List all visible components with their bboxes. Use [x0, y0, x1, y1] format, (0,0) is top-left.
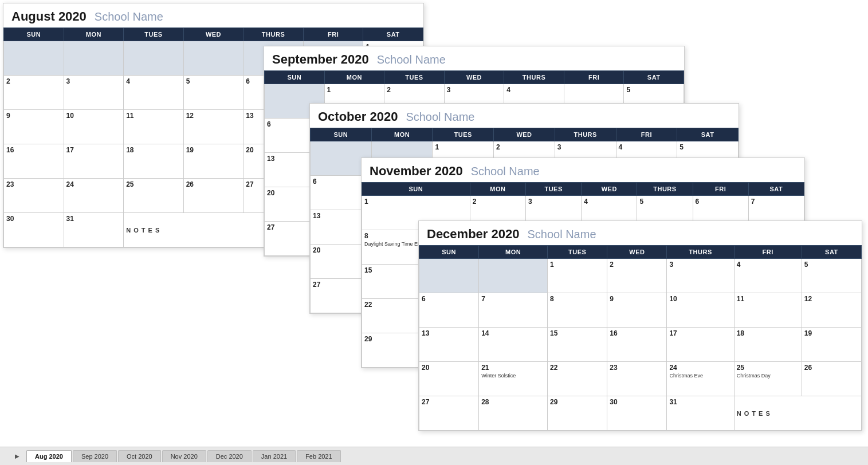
table-row: 19: [802, 328, 861, 362]
nov-col-thurs: THURS: [637, 183, 693, 196]
table-row: [419, 259, 479, 293]
sep-col-fri: FRI: [564, 71, 624, 84]
table-row: 15: [548, 328, 607, 362]
table-row: 14: [479, 328, 548, 362]
dec-notes: N O T E S: [734, 396, 861, 431]
table-row: 3: [64, 76, 124, 110]
sep-col-sat: SAT: [624, 71, 684, 84]
table-row: 31: [64, 213, 124, 247]
oct-col-mon: MON: [371, 128, 433, 141]
sep-col-thurs: THURS: [504, 71, 564, 84]
table-row: [4, 41, 64, 76]
table-row: 23: [4, 179, 64, 213]
table-row: 7: [479, 293, 548, 328]
table-row: 27: [419, 396, 479, 431]
tab-aug-2020[interactable]: Aug 2020: [26, 450, 72, 462]
table-row: 29: [548, 396, 607, 431]
tab-nov-2020[interactable]: Nov 2020: [162, 450, 206, 462]
table-row: 4: [124, 76, 184, 110]
sep-col-wed: WED: [444, 71, 504, 84]
sep-col-mon: MON: [324, 71, 384, 84]
nov-title: November 2020: [370, 164, 463, 179]
table-row: 26: [183, 179, 243, 213]
nov-col-wed: WED: [582, 183, 637, 196]
nov-col-mon: MON: [470, 183, 525, 196]
table-row: 28: [479, 396, 548, 431]
table-row: 1 2 3 4 5: [419, 259, 862, 293]
table-row: 4: [734, 259, 802, 293]
table-row: 9: [607, 293, 667, 328]
tab-jan-2021[interactable]: Jan 2021: [253, 450, 296, 462]
dec-title: December 2020: [427, 227, 519, 242]
table-row: 11: [124, 110, 184, 144]
nov-col-sun: SUN: [362, 183, 470, 196]
table-row: 18: [734, 328, 802, 362]
table-row: 30: [4, 213, 64, 247]
table-row: 17: [667, 328, 734, 362]
table-row: 18: [124, 144, 184, 179]
table-row: 27 28 29 30 31 N O T E S: [419, 396, 862, 431]
tab-oct-2020[interactable]: Oct 2020: [118, 450, 161, 462]
table-row: 1: [548, 259, 607, 293]
sep-col-tues: TUES: [384, 71, 445, 84]
table-row: 5: [183, 76, 243, 110]
oct-col-sun: SUN: [311, 128, 372, 141]
oct-col-tues: TUES: [433, 128, 494, 141]
tab-sep-2020[interactable]: Sep 2020: [73, 450, 117, 462]
aug-col-sun: SUN: [4, 28, 64, 41]
calendar-december: December 2020 School Name SUN MON TUES W…: [418, 220, 862, 431]
table-row: 12: [183, 110, 243, 144]
table-row: 30: [607, 396, 667, 431]
dec-school: School Name: [527, 228, 596, 241]
oct-header: October 2020 School Name: [310, 104, 739, 128]
table-row: 9: [4, 110, 64, 144]
table-row: 6 7 8 9 10 11 12: [419, 293, 862, 328]
table-row: 5: [802, 259, 861, 293]
table-row: 16: [4, 144, 64, 179]
table-row: 13: [419, 328, 479, 362]
dec-col-sat: SAT: [802, 246, 861, 259]
oct-col-sat: SAT: [677, 128, 739, 141]
table-row: 10: [667, 293, 734, 328]
aug-col-fri: FRI: [303, 28, 363, 41]
aug-col-wed: WED: [183, 28, 243, 41]
table-row: 19: [183, 144, 243, 179]
tab-feb-2021[interactable]: Feb 2021: [297, 450, 340, 462]
sep-col-sun: SUN: [265, 71, 325, 84]
aug-school: School Name: [95, 10, 163, 23]
table-row: 17: [64, 144, 124, 179]
nov-col-tues: TUES: [526, 183, 582, 196]
oct-title: October 2020: [318, 109, 398, 124]
oct-col-wed: WED: [494, 128, 555, 141]
aug-col-sat: SAT: [363, 28, 423, 41]
aug-col-tues: TUES: [124, 28, 184, 41]
table-row: [183, 41, 243, 76]
dec-col-sun: SUN: [419, 246, 479, 259]
nov-col-fri: FRI: [693, 183, 748, 196]
table-row: 25Christmas Day: [734, 362, 802, 396]
tab-prev-arrow[interactable]: ▶: [11, 451, 23, 462]
dec-header: December 2020 School Name: [419, 221, 862, 245]
dec-grid: SUN MON TUES WED THURS FRI SAT 1 2 3 4 5…: [419, 245, 862, 431]
table-row: 20 21Winter Solstice 22 23 24Christmas E…: [419, 362, 862, 396]
aug-col-mon: MON: [64, 28, 124, 41]
table-row: 16: [607, 328, 667, 362]
table-row: 24: [64, 179, 124, 213]
table-row: 26: [802, 362, 861, 396]
table-row: 13 14 15 16 17 18 19: [419, 328, 862, 362]
oct-col-fri: FRI: [616, 128, 677, 141]
table-row: 3: [667, 259, 734, 293]
sep-header: September 2020 School Name: [264, 46, 684, 70]
table-row: 25: [124, 179, 184, 213]
table-row: 24Christmas Eve: [667, 362, 734, 396]
tab-dec-2020[interactable]: Dec 2020: [207, 450, 252, 462]
table-row: [124, 41, 184, 76]
table-row: 31: [667, 396, 734, 431]
table-row: 12: [802, 293, 861, 328]
nov-header: November 2020 School Name: [362, 158, 804, 182]
table-row: 2: [607, 259, 667, 293]
aug-col-thurs: THURS: [243, 28, 304, 41]
tab-bar: ▶ Aug 2020 Sep 2020 Oct 2020 Nov 2020 De…: [0, 447, 868, 465]
table-row: 20: [419, 362, 479, 396]
table-row: 21Winter Solstice: [479, 362, 548, 396]
